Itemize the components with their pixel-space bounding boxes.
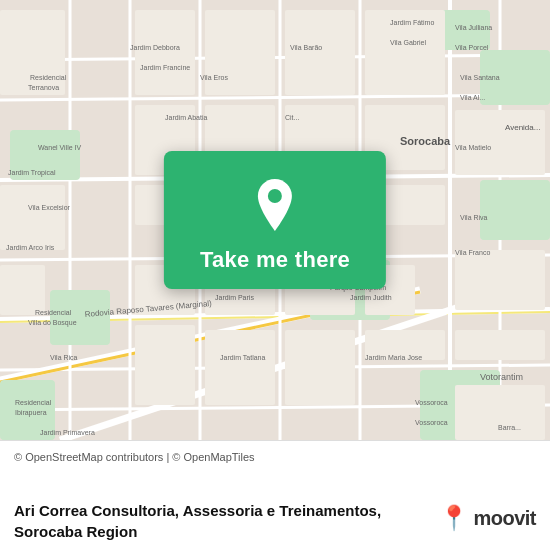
svg-text:Vossoroca: Vossoroca [415, 419, 448, 426]
svg-text:Jardim Francine: Jardim Francine [140, 64, 190, 71]
svg-text:Jardim Tropical: Jardim Tropical [8, 169, 56, 177]
svg-text:Barra...: Barra... [498, 424, 521, 431]
svg-text:Jardim Debbora: Jardim Debbora [130, 44, 180, 51]
svg-text:Vila Riva: Vila Riva [460, 214, 488, 221]
svg-rect-49 [455, 330, 545, 360]
take-me-there-button[interactable]: Take me there [200, 247, 350, 273]
svg-text:Vila Gabriel: Vila Gabriel [390, 39, 427, 46]
svg-text:Terranova: Terranova [28, 84, 59, 91]
bottom-info-bar: © OpenStreetMap contributors | © OpenMap… [0, 440, 550, 550]
svg-text:Vila Eros: Vila Eros [200, 74, 228, 81]
location-text-block: Ari Correa Consultoria, Assessoria e Tre… [14, 500, 431, 542]
svg-text:Vila Julliana: Vila Julliana [455, 24, 492, 31]
svg-point-96 [268, 189, 282, 203]
svg-text:Vila Excelsior: Vila Excelsior [28, 204, 71, 211]
svg-text:Jardim Primavera: Jardim Primavera [40, 429, 95, 436]
svg-rect-40 [455, 110, 545, 175]
svg-rect-41 [455, 250, 545, 310]
svg-text:Vila Al...: Vila Al... [460, 94, 485, 101]
navigation-overlay: Take me there [164, 151, 386, 289]
location-info-row: Ari Correa Consultoria, Assessoria e Tre… [14, 500, 536, 542]
action-card[interactable]: Take me there [164, 151, 386, 289]
svg-rect-52 [0, 265, 45, 315]
svg-text:Votorantim: Votorantim [480, 372, 523, 382]
svg-text:Jardim Tatlana: Jardim Tatlana [220, 354, 266, 361]
svg-text:Ibirapuera: Ibirapuera [15, 409, 47, 417]
moovit-brand-text: moovit [473, 507, 536, 530]
svg-rect-47 [285, 330, 355, 405]
svg-rect-25 [480, 180, 550, 240]
svg-rect-51 [0, 185, 65, 250]
svg-text:Residencial: Residencial [35, 309, 72, 316]
svg-text:Jardim Paris: Jardim Paris [215, 294, 254, 301]
svg-text:Jardim Maria Jose: Jardim Maria Jose [365, 354, 422, 361]
svg-text:Vila Matielo: Vila Matielo [455, 144, 491, 151]
svg-text:Sorocaba: Sorocaba [400, 135, 451, 147]
map-container[interactable]: Rodovia Raposo Tavares (Marginal) Soroca… [0, 0, 550, 440]
svg-rect-53 [455, 385, 545, 440]
svg-text:Vila Barão: Vila Barão [290, 44, 322, 51]
svg-text:Vila Santana: Vila Santana [460, 74, 500, 81]
svg-rect-46 [205, 330, 275, 405]
moovit-pin-icon: 📍 [439, 504, 469, 532]
svg-text:Wanel Ville IV: Wanel Ville IV [38, 144, 82, 151]
svg-text:Jardim Judith: Jardim Judith [350, 294, 392, 301]
svg-text:Residencial: Residencial [15, 399, 52, 406]
svg-text:Villa do Bosque: Villa do Bosque [28, 319, 77, 327]
svg-text:Vila Porcel: Vila Porcel [455, 44, 489, 51]
svg-text:Vila Rica: Vila Rica [50, 354, 78, 361]
svg-rect-36 [135, 10, 195, 95]
location-pin-icon [251, 179, 299, 235]
svg-text:Jardim Arco Iris: Jardim Arco Iris [6, 244, 55, 251]
svg-text:Jardim Fátimo: Jardim Fátimo [390, 19, 434, 26]
svg-text:Cit...: Cit... [285, 114, 299, 121]
location-name: Ari Correa Consultoria, Assessoria e Tre… [14, 500, 431, 542]
svg-rect-50 [0, 10, 65, 95]
svg-text:Jardim Abatia: Jardim Abatia [165, 114, 208, 121]
svg-text:Vila Franco: Vila Franco [455, 249, 490, 256]
svg-rect-38 [285, 10, 355, 95]
svg-text:Avenida...: Avenida... [505, 123, 540, 132]
svg-rect-37 [205, 10, 275, 95]
svg-rect-45 [135, 325, 195, 405]
svg-text:Residencial: Residencial [30, 74, 67, 81]
svg-text:Vossoroca: Vossoroca [415, 399, 448, 406]
moovit-logo: 📍 moovit [439, 504, 536, 532]
map-attribution: © OpenStreetMap contributors | © OpenMap… [14, 451, 536, 463]
